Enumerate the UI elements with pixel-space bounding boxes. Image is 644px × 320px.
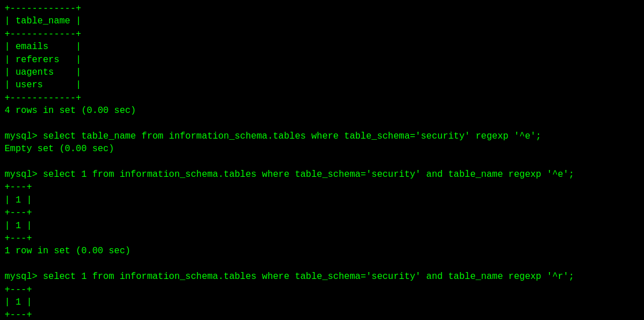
terminal-output: +------------+ | table_name | +---------… — [5, 2, 639, 320]
